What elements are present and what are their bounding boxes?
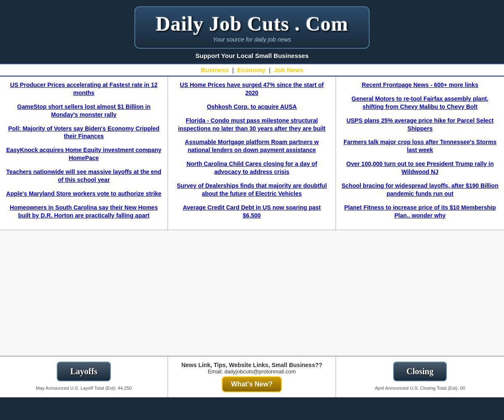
- footer-closing-col: Closing April Announced U.S. Closing Tot…: [336, 357, 504, 397]
- mid-link-3[interactable]: Assumable Mortgage platform Roam partner…: [173, 138, 331, 154]
- right-link-6[interactable]: Planet Fitness to increase price of its …: [341, 204, 499, 220]
- right-link-2[interactable]: USPS plans 25% average price hike for Pa…: [341, 117, 499, 133]
- mid-link-2[interactable]: Florida - Condo must pass milestone stru…: [173, 117, 331, 133]
- right-link-5[interactable]: School bracing for widespread layoffs, a…: [341, 182, 499, 198]
- contact-title: News Link, Tips, Website Links, Small Bu…: [181, 362, 323, 368]
- support-text: Support Your Local Small Businesses: [195, 52, 309, 59]
- nav-business[interactable]: Business: [201, 66, 229, 74]
- left-column: US Producer Prices accelerating at Faste…: [0, 77, 168, 230]
- news-grid: US Producer Prices accelerating at Faste…: [0, 76, 504, 230]
- footer-contact-col: News Link, Tips, Website Links, Small Bu…: [168, 357, 336, 397]
- logo-subtitle: Your source for daily job news: [152, 36, 352, 43]
- left-link-3[interactable]: EasyKnock acquires Home Equity investmen…: [5, 146, 163, 162]
- ad-area: [0, 230, 504, 356]
- left-link-4[interactable]: Teachers nationwide will see massive lay…: [5, 168, 163, 184]
- layoffs-button[interactable]: Layoffs: [57, 362, 110, 381]
- left-link-0[interactable]: US Producer Prices accelerating at Faste…: [5, 81, 163, 97]
- middle-column: US Home Prices have surged 47% since the…: [168, 77, 336, 230]
- left-link-5[interactable]: Apple's Maryland Store workers vote to a…: [5, 190, 163, 198]
- mid-link-0[interactable]: US Home Prices have surged 47% since the…: [173, 81, 331, 97]
- right-column: Recent Frontpage News - 600+ more links …: [336, 77, 504, 230]
- nav-economy[interactable]: Economy: [237, 66, 266, 74]
- contact-email: Email: dailyjobcuts@protonmail.com: [208, 368, 296, 375]
- main-content: US Producer Prices accelerating at Faste…: [0, 76, 504, 397]
- right-link-0[interactable]: Recent Frontpage News - 600+ more links: [341, 81, 499, 89]
- right-link-4[interactable]: Over 100,000 turn out to see President T…: [341, 160, 499, 176]
- right-link-3[interactable]: Farmers talk major crop loss after Tenne…: [341, 138, 499, 154]
- mid-link-5[interactable]: Survey of Dealerships finds that majorit…: [173, 182, 331, 198]
- header: Daily Job Cuts . Com Your source for dai…: [0, 0, 504, 63]
- logo-title: Daily Job Cuts . Com: [152, 12, 352, 35]
- layoffs-sub: May Announced U.S. Layoff Total (Est): 4…: [36, 386, 131, 391]
- left-link-6[interactable]: Homeowners in South Carolina say their N…: [5, 204, 163, 220]
- whats-new-button[interactable]: What's New?: [222, 376, 282, 392]
- logo-box: Daily Job Cuts . Com Your source for dai…: [134, 6, 370, 49]
- mid-link-4[interactable]: North Carolina Child Cares closing for a…: [173, 160, 331, 176]
- closing-sub: April Announced U.S. Closing Total (Est)…: [375, 386, 465, 391]
- left-link-1[interactable]: GameStop short sellers lost almost $1 Bi…: [5, 103, 163, 119]
- footer-layoffs-col: Layoffs May Announced U.S. Layoff Total …: [0, 357, 168, 397]
- nav-jobnews[interactable]: Job News: [274, 66, 303, 74]
- right-link-1[interactable]: General Motors to re-tool Fairfax assemb…: [341, 95, 499, 111]
- closing-button[interactable]: Closing: [393, 362, 447, 381]
- footer-area: Layoffs May Announced U.S. Layoff Total …: [0, 356, 504, 397]
- nav-sep-1: |: [232, 66, 234, 74]
- nav-sep-2: |: [269, 66, 270, 74]
- left-link-2[interactable]: Poll: Majority of Voters say Biden's Eco…: [5, 125, 163, 141]
- nav-bar: Business | Economy | Job News: [0, 63, 504, 76]
- mid-link-1[interactable]: Oshkosh Corp. to acquire AUSA: [173, 103, 331, 111]
- mid-link-6[interactable]: Average Credit Card Debt in US now soari…: [173, 204, 331, 220]
